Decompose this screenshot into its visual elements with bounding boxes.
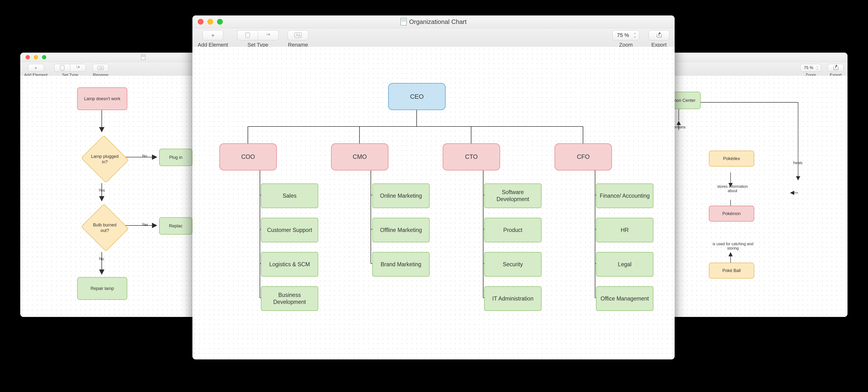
edge-label-yes-1: Yes <box>99 188 105 193</box>
node-logistics-scm[interactable]: Logistics & SCM <box>261 252 318 277</box>
node-plug-in[interactable]: Plug in <box>159 149 192 166</box>
zoom-group: 75 % ⌃⌄ Zoom <box>613 28 640 48</box>
node-cmo[interactable]: CMO <box>331 143 389 170</box>
window-minimize-button[interactable] <box>34 55 38 59</box>
node-office-management[interactable]: Office Management <box>596 286 653 311</box>
node-software-dev[interactable]: Software Development <box>484 184 541 208</box>
set-type-branch-button[interactable] <box>70 64 86 72</box>
add-element-group: ＋ Add Element <box>24 62 48 78</box>
window-org-chart: Organizational Chart ＋ Add Element Set T… <box>192 16 675 359</box>
node-legal[interactable]: Legal <box>596 252 653 277</box>
node-start[interactable]: Lamp doesn't work <box>77 87 127 110</box>
shape-icon <box>60 65 64 71</box>
node-replace[interactable]: Replac <box>159 217 192 234</box>
add-element-button[interactable]: ＋ <box>203 30 223 40</box>
node-sales[interactable]: Sales <box>261 184 318 208</box>
zoom-select[interactable]: 75 % ⌃⌄ <box>800 64 821 72</box>
branch-icon <box>266 33 270 38</box>
window-close-button[interactable] <box>198 19 204 25</box>
window-close-button[interactable] <box>26 55 30 59</box>
node-hr[interactable]: HR <box>596 218 653 242</box>
zoom-value: 75 % <box>617 32 629 38</box>
window-minimize-button[interactable] <box>207 19 213 25</box>
node-pokedex[interactable]: Pokédex <box>709 150 754 167</box>
window-zoom-button[interactable] <box>217 19 223 25</box>
node-finance-accounting[interactable]: Finance/ Accounting <box>596 184 653 208</box>
zoom-value: 75 % <box>804 65 813 70</box>
node-pokemon[interactable]: Pokémon <box>709 206 754 222</box>
node-ceo[interactable]: CEO <box>388 83 445 110</box>
add-element-button[interactable]: ＋ <box>28 64 44 72</box>
document-icon <box>141 55 145 60</box>
chevrons-icon: ⌃⌄ <box>633 33 636 37</box>
rename-button[interactable]: Aa <box>288 30 308 40</box>
zoom-group: 75 % ⌃⌄ Zoom <box>800 62 821 78</box>
window-title: Organizational Chart <box>409 18 467 26</box>
shape-icon <box>245 33 250 38</box>
set-type-shape-button[interactable] <box>237 30 258 40</box>
node-bulb-burned-label: Bulb burned out? <box>91 222 119 233</box>
node-offline-marketing[interactable]: Offline Marketing <box>372 218 430 242</box>
traffic-lights <box>20 55 46 59</box>
node-security[interactable]: Security <box>484 252 541 277</box>
window-zoom-button[interactable] <box>42 55 46 59</box>
node-it-administration[interactable]: IT Administration <box>484 286 541 311</box>
set-type-group: Set Type <box>54 62 86 78</box>
node-repair[interactable]: Repair lamp <box>77 277 127 300</box>
node-cto[interactable]: CTO <box>443 143 500 170</box>
export-button[interactable] <box>649 30 669 40</box>
plus-icon: ＋ <box>210 32 216 39</box>
export-group: Export <box>828 62 844 78</box>
edge-label-yes-2: Yes <box>142 223 148 227</box>
node-cfo[interactable]: CFO <box>555 143 612 170</box>
export-button[interactable] <box>828 64 844 72</box>
set-type-group: Set Type <box>237 28 278 48</box>
rename-group: Aa Rename <box>288 28 308 48</box>
canvas[interactable]: CEO COO CMO CTO CFO Sales Customer Suppo… <box>192 47 675 359</box>
node-online-marketing[interactable]: Online Marketing <box>372 184 430 208</box>
share-icon <box>657 33 661 37</box>
titlebar[interactable]: Organizational Chart <box>192 16 675 28</box>
edge-label-no-1: No <box>142 154 147 158</box>
traffic-lights <box>192 19 223 25</box>
rename-button[interactable]: Aa <box>93 64 108 72</box>
share-icon <box>834 66 838 70</box>
edge-label-no-2: No <box>99 257 104 261</box>
branch-icon <box>76 65 80 71</box>
edge-label-catch: is used for catching and storing <box>709 242 757 251</box>
node-pokeball[interactable]: Poké Ball <box>709 262 754 279</box>
add-element-group: ＋ Add Element <box>198 28 228 48</box>
node-product[interactable]: Product <box>484 218 541 242</box>
node-plugged-in-label: Lamp plugged in? <box>91 154 119 165</box>
node-brand-marketing[interactable]: Brand Marketing <box>372 252 430 277</box>
rename-group: Aa Rename <box>93 62 108 78</box>
export-group: Export <box>649 28 669 48</box>
node-coo[interactable]: COO <box>219 143 277 170</box>
zoom-select[interactable]: 75 % ⌃⌄ <box>613 30 640 40</box>
edge-label-heals: heals <box>793 161 802 165</box>
node-business-development[interactable]: Business Development <box>261 286 318 311</box>
rename-icon: Aa <box>97 66 104 70</box>
plus-icon: ＋ <box>34 65 38 71</box>
toolbar: ＋ Add Element Set Type Aa Rename 75 % ⌃⌄ <box>192 28 675 47</box>
rename-icon: Aa <box>294 33 302 38</box>
chevrons-icon: ⌃⌄ <box>816 66 818 69</box>
set-type-branch-button[interactable] <box>258 30 278 40</box>
document-icon <box>401 18 407 26</box>
set-type-shape-button[interactable] <box>54 64 70 72</box>
edge-label-stores: stores information about <box>713 185 752 193</box>
node-customer-support[interactable]: Customer Support <box>261 218 318 242</box>
